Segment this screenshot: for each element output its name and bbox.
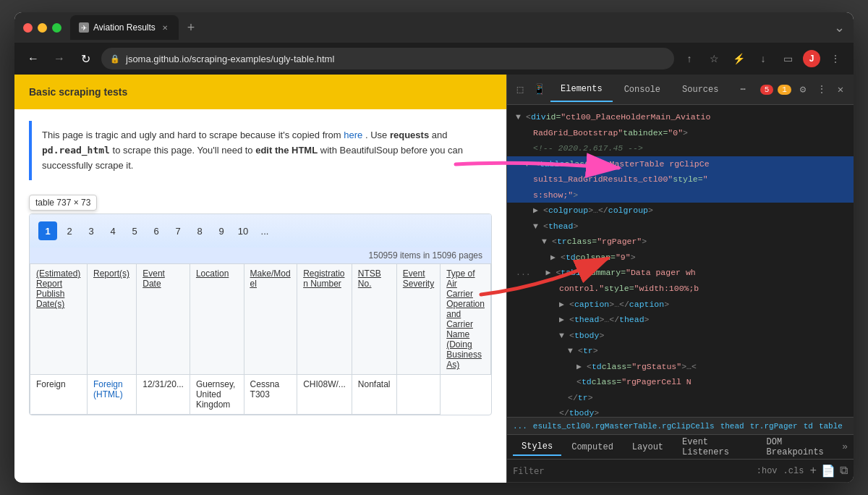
breadcrumb-table[interactable]: table bbox=[819, 422, 843, 431]
bookmark-button[interactable]: ☆ bbox=[705, 49, 723, 68]
cell-registration: CHI08W/... bbox=[297, 375, 352, 415]
active-tab[interactable]: ✈ Aviation Results ✕ bbox=[70, 15, 179, 40]
extensions-button[interactable]: ⚡ bbox=[729, 49, 748, 68]
page-button-4[interactable]: 4 bbox=[103, 221, 122, 240]
download-button[interactable]: ↓ bbox=[754, 49, 773, 68]
devtools-tab-network[interactable]: ⋯ bbox=[730, 77, 755, 102]
traffic-lights bbox=[23, 23, 61, 33]
force-state-button[interactable]: 📄 bbox=[821, 464, 835, 478]
devtools-tab-elements[interactable]: Elements bbox=[550, 77, 613, 102]
code-line: ... ▶ <table summary="Data pager wh bbox=[507, 265, 854, 281]
banner-text: Basic scraping tests bbox=[29, 86, 127, 98]
page-button-9[interactable]: 9 bbox=[212, 221, 231, 240]
col-header-report-date: (Estimated)Report PublishDate(s) bbox=[30, 264, 88, 375]
inspect-element-button[interactable]: ⬚ bbox=[513, 80, 527, 100]
more-tabs-button[interactable]: » bbox=[842, 441, 848, 452]
callout-and: and bbox=[432, 130, 448, 140]
devtools-more-button[interactable]: ⋮ bbox=[814, 80, 829, 100]
breadcrumb-td[interactable]: td bbox=[804, 422, 813, 431]
code-line: ▼ <tr class="rgPager" > bbox=[507, 234, 854, 250]
devtools-close-button[interactable]: ✕ bbox=[833, 80, 848, 100]
forward-button[interactable]: → bbox=[49, 48, 69, 69]
profile-avatar[interactable]: J bbox=[803, 50, 820, 67]
pd-readhtml-code: pd.read_html bbox=[42, 145, 110, 156]
cell-location: Guernsey, United Kingdom bbox=[190, 375, 244, 415]
code-line: RadGrid_Bootstrap" tabindex="0" > bbox=[507, 125, 854, 141]
menu-button[interactable]: ⋮ bbox=[826, 49, 845, 68]
page-button-2[interactable]: 2 bbox=[60, 221, 79, 240]
page-button-1[interactable]: 1 bbox=[38, 221, 57, 240]
tab-styles[interactable]: Styles bbox=[513, 439, 561, 456]
code-line-selected: s:show;" > bbox=[507, 187, 854, 203]
page-button-8[interactable]: 8 bbox=[190, 221, 209, 240]
code-line: <!-- 2020.2.617.45 --> bbox=[507, 140, 854, 156]
table-tooltip: table 737 × 73 bbox=[29, 195, 97, 211]
styles-filter-input[interactable] bbox=[513, 466, 751, 476]
window-chevron[interactable]: ⌄ bbox=[834, 20, 845, 35]
col-header-ntsb: NTSB No. bbox=[352, 264, 396, 375]
code-line: control." style="width:100%;b bbox=[507, 281, 854, 297]
share-button[interactable]: ↑ bbox=[680, 49, 699, 68]
tab-dom-breakpoints[interactable]: DOM Breakpoints bbox=[758, 434, 841, 460]
page-banner: Basic scraping tests bbox=[14, 75, 506, 109]
code-line: <td class="rgPagerCell N bbox=[507, 374, 854, 390]
tab-computed[interactable]: Computed bbox=[563, 439, 622, 455]
sidebar-button[interactable]: ▭ bbox=[778, 49, 797, 68]
reload-button[interactable]: ↻ bbox=[75, 48, 95, 69]
callout-text: This page is tragic and ugly and hard to… bbox=[42, 130, 341, 140]
col-header-operation: Type ofAir CarrierOperationandCarrierNam… bbox=[441, 264, 491, 375]
tab-event-listeners[interactable]: Event Listeners bbox=[673, 434, 757, 460]
page-button-10[interactable]: 10 bbox=[234, 221, 252, 240]
title-bar: ✈ Aviation Results ✕ + ⌄ bbox=[14, 12, 854, 43]
devtools-tab-console[interactable]: Console bbox=[614, 77, 671, 102]
back-button[interactable]: ← bbox=[23, 48, 43, 69]
page-button-5[interactable]: 5 bbox=[125, 221, 144, 240]
pagination-row: 1 2 3 4 5 6 7 8 9 10 ... bbox=[30, 214, 491, 248]
breadcrumb-bar: ... esults_ctl00.rgMasterTable.rgClipCel… bbox=[507, 417, 854, 434]
page-button-3[interactable]: 3 bbox=[82, 221, 101, 240]
page-count: 150959 items in 15096 pages bbox=[30, 248, 491, 263]
devtools-code-area[interactable]: ▼ <div id="ctl00_PlaceHolderMain_Aviatio… bbox=[507, 105, 854, 417]
breadcrumb-thead[interactable]: thead bbox=[720, 422, 744, 431]
col-header-registration: Registration Number bbox=[297, 264, 352, 375]
device-toolbar-button[interactable]: 📱 bbox=[532, 80, 546, 100]
nav-bar: ← → ↻ 🔒 jsoma.github.io/scraping-example… bbox=[14, 43, 854, 75]
cls-filter[interactable]: .cls bbox=[783, 466, 804, 476]
maximize-button[interactable] bbox=[52, 23, 61, 33]
code-line-selected: sults1_RadGridResults_ctl00" style=" bbox=[507, 172, 854, 187]
toggle-button[interactable]: ⧉ bbox=[840, 464, 848, 478]
tab-close-button[interactable]: ✕ bbox=[160, 22, 170, 33]
minimize-button[interactable] bbox=[38, 23, 47, 33]
tab-layout[interactable]: Layout bbox=[624, 439, 672, 455]
breadcrumb-tr-rgpager[interactable]: tr.rgPager bbox=[750, 422, 798, 431]
pseudo-filter[interactable]: :hov bbox=[757, 466, 778, 476]
devtools-topbar: ⬚ 📱 Elements Console Sources ⋯ 5 1 ⚙ ⋮ ✕ bbox=[507, 75, 854, 105]
add-style-button[interactable]: + bbox=[809, 465, 817, 478]
code-line: ▶ <thead > … </thead > bbox=[507, 312, 854, 328]
cell-reports: Foreign (HTML) bbox=[87, 375, 136, 415]
report-link[interactable]: Foreign (HTML) bbox=[93, 379, 123, 399]
callout-rest: . Use bbox=[365, 130, 387, 140]
page-button-more[interactable]: ... bbox=[255, 221, 274, 240]
content-area: Basic scraping tests This page is tragic… bbox=[14, 75, 854, 483]
new-tab-button[interactable]: + bbox=[182, 20, 201, 35]
devtools-panel: ⬚ 📱 Elements Console Sources ⋯ 5 1 ⚙ ⋮ ✕ bbox=[506, 75, 854, 483]
code-line: ▼ <div id="ctl00_PlaceHolderMain_Aviatio bbox=[507, 109, 854, 125]
breadcrumb-ellipsis[interactable]: ... bbox=[513, 422, 527, 431]
devtools-tab-sources[interactable]: Sources bbox=[672, 77, 728, 102]
page-button-6[interactable]: 6 bbox=[147, 221, 166, 240]
filter-row: :hov .cls + 📄 ⧉ bbox=[507, 460, 854, 483]
cell-severity: Nonfatal bbox=[352, 375, 396, 415]
code-line: ▶ <colgroup > … </colgroup > bbox=[507, 203, 854, 219]
here-link[interactable]: here bbox=[344, 130, 362, 140]
breadcrumb-esults[interactable]: esults_ctl00.rgMasterTable.rgClipCells bbox=[533, 422, 715, 431]
devtools-settings-button[interactable]: ⚙ bbox=[796, 80, 810, 100]
warning-badge: 1 bbox=[778, 85, 791, 95]
col-header-severity: EventSeverity bbox=[396, 264, 440, 375]
address-bar[interactable]: 🔒 jsoma.github.io/scraping-examples/ugly… bbox=[101, 48, 674, 69]
page-button-7[interactable]: 7 bbox=[169, 221, 187, 240]
cell-operation bbox=[396, 375, 440, 415]
code-line: ▼ <thead > bbox=[507, 219, 854, 234]
code-line: </tr > bbox=[507, 390, 854, 406]
close-button[interactable] bbox=[23, 23, 33, 33]
